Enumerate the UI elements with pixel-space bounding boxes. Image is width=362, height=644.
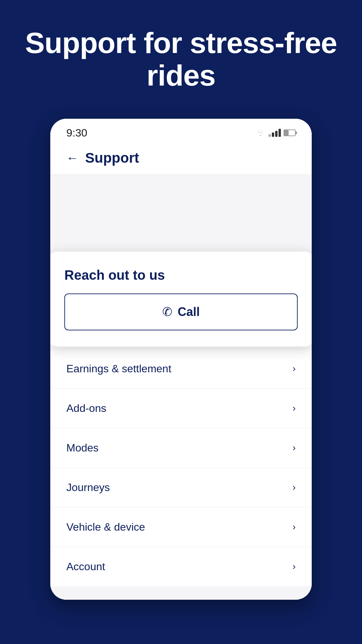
wifi-icon [255,129,266,137]
chevron-right-icon: › [293,363,296,374]
phone-icon: ✆ [162,305,172,319]
faq-item-vehicle[interactable]: Vehicle & device › [50,507,312,547]
page-title: Support [85,150,139,166]
faq-item-label: Account [66,560,105,573]
modal-overlay: Reach out to us ✆ Call [50,252,312,346]
faq-item-earnings[interactable]: Earnings & settlement › [50,349,312,389]
modal-section: Reach out to us ✆ Call Frequently asked … [50,174,312,600]
app-header: ← Support [50,143,312,174]
signal-icon [268,129,281,137]
chevron-right-icon: › [293,522,296,532]
battery-icon [284,129,296,136]
signal-bar-1 [268,134,271,137]
chevron-right-icon: › [293,561,296,572]
signal-bar-2 [272,132,274,137]
phone-frame: 9:30 ← Support [50,119,312,600]
signal-bar-3 [275,131,278,137]
chevron-right-icon: › [293,482,296,493]
faq-section: Frequently asked questions Performance a… [50,174,312,600]
chevron-right-icon: › [293,403,296,414]
battery-fill [284,130,289,136]
back-button[interactable]: ← [66,151,78,165]
hero-title: Support for stress-free rides [20,27,342,92]
status-bar: 9:30 [50,119,312,143]
status-time: 9:30 [66,127,87,139]
call-button[interactable]: ✆ Call [64,293,298,330]
faq-item-label: Vehicle & device [66,521,145,533]
reach-out-card: Reach out to us ✆ Call [50,252,312,346]
faq-item-modes[interactable]: Modes › [50,428,312,468]
chevron-right-icon: › [293,442,296,453]
faq-item-label: Modes [66,442,99,454]
call-label: Call [178,305,200,319]
signal-bar-4 [279,129,281,137]
status-icons [255,129,296,137]
hero-section: Support for stress-free rides [0,0,362,112]
faq-item-label: Journeys [66,481,110,494]
reach-out-title: Reach out to us [64,268,298,283]
faq-item-journeys[interactable]: Journeys › [50,468,312,507]
faq-item-account[interactable]: Account › [50,547,312,586]
faq-item-addons[interactable]: Add-ons › [50,389,312,428]
faq-item-label: Earnings & settlement [66,363,171,375]
faq-list: Performance and rating › Earnings & sett… [50,310,312,586]
faq-item-label: Add-ons [66,402,106,415]
